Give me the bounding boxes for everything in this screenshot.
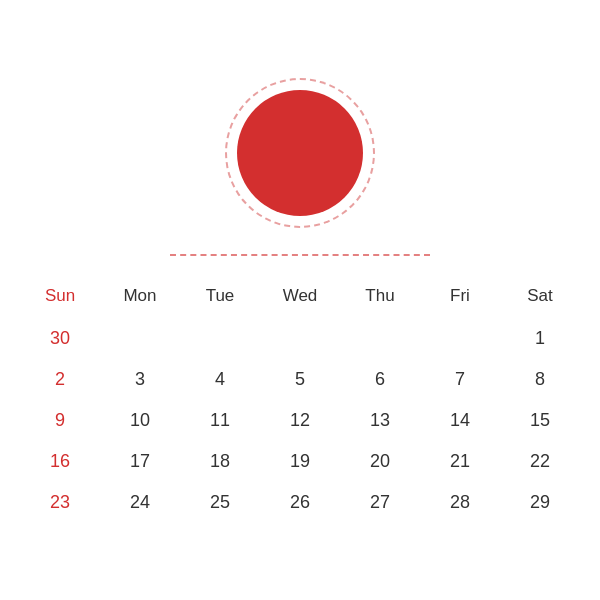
header-sun: Sun bbox=[20, 276, 100, 318]
header-sat: Sat bbox=[500, 276, 580, 318]
calendar-day[interactable]: 5 bbox=[260, 359, 340, 400]
calendar-day[interactable] bbox=[340, 318, 420, 359]
calendar-day[interactable]: 19 bbox=[260, 441, 340, 482]
header-thu: Thu bbox=[340, 276, 420, 318]
calendar-day[interactable]: 17 bbox=[100, 441, 180, 482]
calendar-day[interactable]: 30 bbox=[20, 318, 100, 359]
calendar: Sun Mon Tue Wed Thu Fri Sat 301234567891… bbox=[20, 78, 580, 523]
calendar-day[interactable]: 25 bbox=[180, 482, 260, 523]
header-fri: Fri bbox=[420, 276, 500, 318]
calendar-day[interactable]: 20 bbox=[340, 441, 420, 482]
weekday-header-row: Sun Mon Tue Wed Thu Fri Sat bbox=[20, 276, 580, 318]
calendar-week-row: 23242526272829 bbox=[20, 482, 580, 523]
calendar-day[interactable] bbox=[420, 318, 500, 359]
calendar-day[interactable]: 29 bbox=[500, 482, 580, 523]
calendar-day[interactable]: 22 bbox=[500, 441, 580, 482]
calendar-day[interactable]: 15 bbox=[500, 400, 580, 441]
calendar-day[interactable]: 21 bbox=[420, 441, 500, 482]
calendar-day[interactable]: 23 bbox=[20, 482, 100, 523]
calendar-day[interactable]: 3 bbox=[100, 359, 180, 400]
dotted-ring bbox=[225, 78, 375, 228]
header-wed: Wed bbox=[260, 276, 340, 318]
calendar-day[interactable]: 7 bbox=[420, 359, 500, 400]
title-divider bbox=[170, 254, 430, 256]
calendar-day[interactable]: 27 bbox=[340, 482, 420, 523]
calendar-day[interactable]: 13 bbox=[340, 400, 420, 441]
calendar-day[interactable] bbox=[260, 318, 340, 359]
calendar-day[interactable]: 28 bbox=[420, 482, 500, 523]
calendar-week-row: 301 bbox=[20, 318, 580, 359]
calendar-day[interactable]: 16 bbox=[20, 441, 100, 482]
calendar-day[interactable]: 2 bbox=[20, 359, 100, 400]
calendar-day[interactable]: 6 bbox=[340, 359, 420, 400]
calendar-day[interactable]: 8 bbox=[500, 359, 580, 400]
calendar-week-row: 16171819202122 bbox=[20, 441, 580, 482]
calendar-day[interactable] bbox=[180, 318, 260, 359]
calendar-day[interactable]: 14 bbox=[420, 400, 500, 441]
calendar-day[interactable]: 11 bbox=[180, 400, 260, 441]
calendar-day[interactable]: 26 bbox=[260, 482, 340, 523]
header-mon: Mon bbox=[100, 276, 180, 318]
calendar-day[interactable]: 10 bbox=[100, 400, 180, 441]
calendar-week-row: 9101112131415 bbox=[20, 400, 580, 441]
calendar-day[interactable]: 18 bbox=[180, 441, 260, 482]
calendar-day[interactable]: 24 bbox=[100, 482, 180, 523]
month-circle-wrapper bbox=[225, 78, 375, 228]
calendar-day[interactable]: 9 bbox=[20, 400, 100, 441]
calendar-day[interactable]: 12 bbox=[260, 400, 340, 441]
header-tue: Tue bbox=[180, 276, 260, 318]
calendar-day[interactable]: 1 bbox=[500, 318, 580, 359]
calendar-day[interactable]: 4 bbox=[180, 359, 260, 400]
calendar-week-row: 2345678 bbox=[20, 359, 580, 400]
calendar-grid: Sun Mon Tue Wed Thu Fri Sat 301234567891… bbox=[20, 276, 580, 523]
calendar-day[interactable] bbox=[100, 318, 180, 359]
